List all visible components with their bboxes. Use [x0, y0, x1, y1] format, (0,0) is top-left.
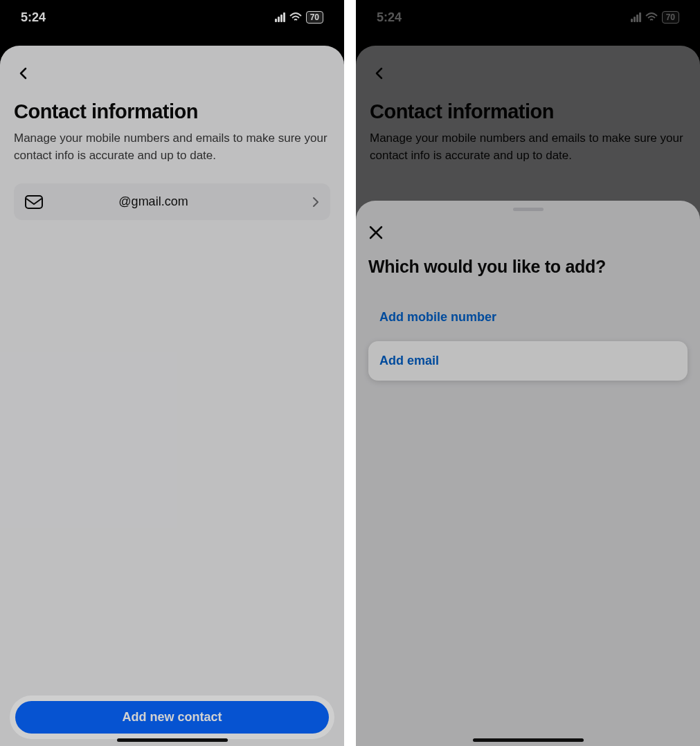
screen-contact-info: 5:24 70 Contact information Manage your …: [0, 0, 344, 746]
dim-overlay-light: [0, 0, 344, 746]
dim-overlay-modal: [356, 0, 700, 746]
screen-add-contact-modal: 5:24 70 Contact information Manage your …: [356, 0, 700, 746]
